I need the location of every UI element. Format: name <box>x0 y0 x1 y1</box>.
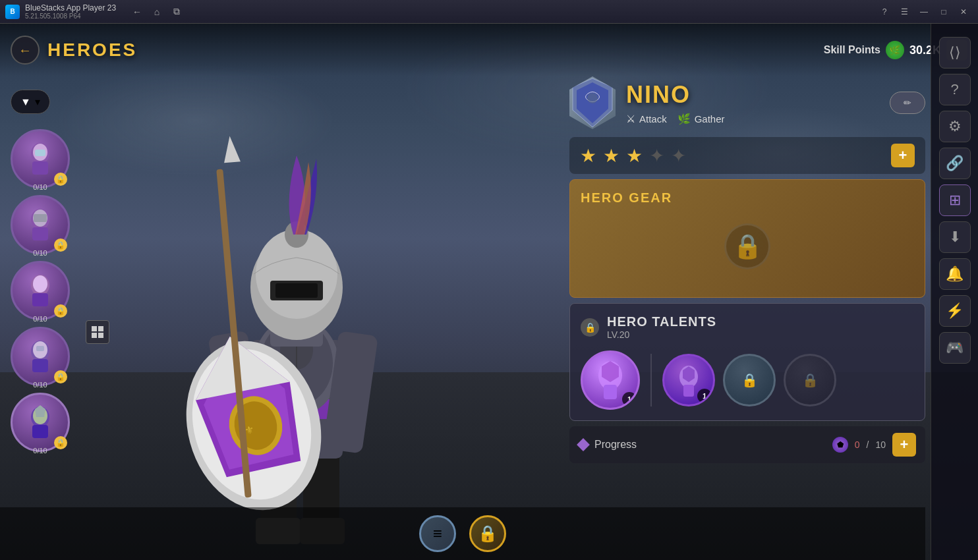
svg-rect-5 <box>32 227 48 240</box>
svg-marker-18 <box>35 405 45 417</box>
hero-talents-section: 🔒 HERO TALENTS LV.20 1 <box>569 303 925 421</box>
skill-4-button[interactable]: 🔒 <box>784 354 836 406</box>
hero-list-item-1[interactable]: 🔒 0/10 <box>11 129 70 188</box>
hero-tags: ⚔ Attack 🌿 Gather <box>626 113 879 125</box>
skill-3-circle: 🔒 <box>723 354 776 406</box>
progress-max: 10 <box>875 439 886 450</box>
filter-icon: ▼ <box>20 96 31 108</box>
hero-list-item-3[interactable]: 🔒 0/10 <box>11 261 70 320</box>
sidebar-share-icon[interactable]: 🔗 <box>939 148 971 179</box>
hero-lock-icon-2: 🔒 <box>54 238 67 252</box>
unlock-button[interactable]: 🔒 <box>469 515 506 552</box>
hero-list-item-5[interactable]: 🔒 0/10 <box>11 393 70 452</box>
svg-rect-53 <box>683 385 694 397</box>
svg-rect-7 <box>34 214 47 222</box>
skills-row: 1 1 <box>581 350 914 410</box>
sidebar-controller-icon[interactable]: 🎮 <box>939 332 971 364</box>
sidebar-help-icon[interactable]: ? <box>939 74 971 105</box>
svg-rect-22 <box>98 333 103 338</box>
svg-rect-14 <box>36 346 44 351</box>
svg-rect-12 <box>32 359 48 372</box>
right-panel: NINO ⚔ Attack 🌿 Gather ✏ ★ ★ <box>569 76 925 463</box>
hero-progress-3: 0/10 <box>33 315 47 323</box>
close-button[interactable]: ✕ <box>954 5 973 19</box>
hero-shield-icon <box>569 76 616 129</box>
svg-marker-47 <box>222 135 241 163</box>
skill-2-circle: 1 <box>662 354 715 406</box>
skill-1-badge: 1 <box>622 392 637 406</box>
menu-button[interactable]: ☰ <box>895 5 913 19</box>
sidebar-download-icon[interactable]: ⬇ <box>939 221 971 253</box>
hero-progress-2: 0/10 <box>33 249 47 257</box>
sidebar-settings-icon[interactable]: ⚙ <box>939 111 971 142</box>
skill-4-circle: 🔒 <box>784 354 836 406</box>
skill-1-circle: 1 <box>581 350 640 410</box>
skill-points-label: Skill Points <box>824 44 880 56</box>
talents-title: HERO TALENTS <box>607 314 716 329</box>
hero-name: NINO <box>626 81 879 109</box>
hero-progress-4: 0/10 <box>33 381 47 389</box>
knight-character: ⚜ <box>138 103 442 557</box>
hero-list-item-2[interactable]: 🔒 0/10 <box>11 195 70 254</box>
nav-home-button[interactable]: ⌂ <box>149 4 165 20</box>
progress-add-button[interactable]: + <box>892 433 916 457</box>
skill-1-button[interactable]: 1 <box>581 350 640 410</box>
back-arrow-icon: ← <box>18 43 32 58</box>
edit-icon: ✏ <box>904 98 911 108</box>
bluestacks-logo: B <box>5 5 20 19</box>
nav-back-button[interactable]: ← <box>129 4 145 20</box>
bottom-bar: ≡ 🔒 <box>0 507 925 560</box>
attack-icon: ⚔ <box>626 113 635 125</box>
gather-label: Gather <box>695 113 725 125</box>
svg-rect-50 <box>604 385 617 399</box>
game-area: ← HEROES Skill Points 🌿 30.2K + ▼ ▾ <box>0 24 978 560</box>
nav-tab-button[interactable]: ⧉ <box>169 4 185 20</box>
list-view-button[interactable]: ≡ <box>419 515 456 552</box>
progress-current: 0 <box>855 439 860 450</box>
sidebar-notification-icon[interactable]: 🔔 <box>939 258 971 290</box>
attack-label: Attack <box>639 113 667 125</box>
hero-lock-icon-4: 🔒 <box>54 370 67 383</box>
grid-view-button[interactable] <box>86 320 109 344</box>
svg-point-48 <box>587 93 598 103</box>
svg-rect-9 <box>32 293 48 306</box>
hero-lock-icon-3: 🔒 <box>54 304 67 318</box>
hero-lock-icon-5: 🔒 <box>54 436 67 449</box>
svg-rect-20 <box>98 326 103 331</box>
hero-list-item-4[interactable]: 🔒 0/10 <box>11 327 70 386</box>
filter-arrow-icon: ▾ <box>35 96 40 108</box>
skill-2-badge: 1 <box>697 389 712 403</box>
gear-lock-icon: 🔒 <box>724 223 770 269</box>
gather-icon: 🌿 <box>677 113 691 125</box>
filter-button[interactable]: ▼ ▾ <box>11 90 50 114</box>
star-4: ✦ <box>649 145 664 167</box>
minimize-button[interactable]: — <box>915 5 933 19</box>
skill-2-button[interactable]: 1 <box>662 354 715 406</box>
skill-3-button[interactable]: 🔒 <box>723 354 776 406</box>
titlebar-version: 5.21.505.1008 P64 <box>25 13 116 20</box>
sidebar-performance-icon[interactable]: ⚡ <box>939 295 971 327</box>
talents-lock-icon: 🔒 <box>581 318 599 337</box>
star-1: ★ <box>580 145 596 167</box>
hero-gear-title: HERO GEAR <box>581 190 914 206</box>
titlebar: B BlueStacks App Player 23 5.21.505.1008… <box>0 0 978 24</box>
svg-point-10 <box>33 275 47 293</box>
skill-4-lock-icon: 🔒 <box>802 372 819 388</box>
hero-progress-5: 0/10 <box>33 447 47 455</box>
sidebar-apps-icon[interactable]: ⊞ <box>939 184 971 216</box>
svg-rect-1 <box>32 161 48 175</box>
svg-rect-16 <box>32 425 48 438</box>
back-button[interactable]: ← <box>11 36 40 65</box>
stars-add-button[interactable]: + <box>891 144 915 167</box>
edit-hero-button[interactable]: ✏ <box>890 92 925 114</box>
sidebar-expand-icon[interactable]: ⟨⟩ <box>939 37 971 69</box>
top-bar: ← HEROES Skill Points 🌿 30.2K + <box>0 24 978 76</box>
hero-gear-section: HERO GEAR 🔒 <box>569 179 925 298</box>
star-2: ★ <box>603 145 619 167</box>
maximize-button[interactable]: □ <box>935 5 953 19</box>
progress-skill-icon: ⬟ <box>832 437 848 453</box>
progress-diamond-icon <box>577 438 590 451</box>
svg-rect-3 <box>35 150 45 156</box>
svg-rect-21 <box>92 333 97 338</box>
help-button[interactable]: ? <box>875 5 894 19</box>
